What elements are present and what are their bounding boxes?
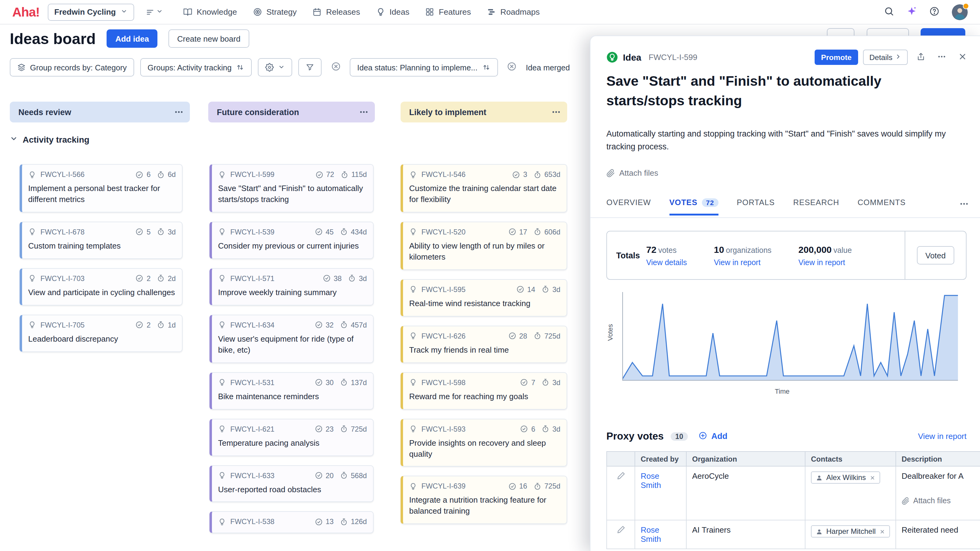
- gear-icon: [265, 63, 274, 71]
- nav-item-strategy[interactable]: Strategy: [253, 7, 297, 16]
- created-by-link[interactable]: Rose Smith: [641, 525, 661, 544]
- lightbulb-icon: [409, 378, 417, 386]
- idea-card[interactable]: FWCYL-I-634 32 457d View user's equipmen…: [210, 315, 374, 363]
- nav-item-roadmaps[interactable]: Roadmaps: [487, 7, 540, 16]
- help-button[interactable]: [929, 6, 940, 18]
- groups-filter-button[interactable]: Groups: Activity tracking: [140, 58, 252, 76]
- idea-card[interactable]: FWCYL-I-593 6 3d Provide insights on rec…: [401, 418, 567, 467]
- search-button[interactable]: [884, 6, 894, 18]
- view-in-report-link[interactable]: View in report: [918, 432, 967, 441]
- idea-card[interactable]: FWCYL-I-538 13 126d: [210, 511, 374, 534]
- lightbulb-icon: [218, 275, 226, 283]
- group-records-by-button[interactable]: Group records by: Category: [10, 58, 134, 76]
- add-proxy-vote-button[interactable]: Add: [698, 431, 728, 442]
- user-avatar[interactable]: [952, 4, 968, 20]
- idea-age: 6d: [168, 170, 176, 179]
- idea-card[interactable]: FWCYL-I-678 5 3d Custom training templat…: [20, 222, 183, 259]
- idea-card[interactable]: FWCYL-I-703 2 2d View and participate in…: [20, 268, 183, 305]
- idea-card[interactable]: FWCYL-I-599 72 115d Save "Start" and "Fi…: [210, 164, 374, 213]
- idea-status-filter-button[interactable]: Idea status: Planning to impleme...: [350, 58, 498, 76]
- idea-card[interactable]: FWCYL-I-571 38 3d Improve weekly trainin…: [210, 268, 374, 305]
- details-button[interactable]: Details: [863, 49, 908, 65]
- votes-icon: [508, 332, 516, 340]
- idea-title: Leaderboard discrepancy: [28, 333, 176, 345]
- promote-button[interactable]: Promote: [814, 49, 858, 65]
- column-more-button[interactable]: [356, 105, 371, 119]
- aha-logo[interactable]: Aha!: [12, 5, 40, 19]
- idea-card[interactable]: FWCYL-I-546 3 653d Customize the trainin…: [401, 164, 567, 213]
- idea-card[interactable]: FWCYL-I-566 6 6d Implement a personal be…: [20, 164, 183, 213]
- more-actions-button[interactable]: [934, 49, 950, 65]
- contact-chip[interactable]: Harper Mitchell: [811, 525, 890, 538]
- votes-icon: [323, 275, 331, 283]
- idea-card[interactable]: FWCYL-I-539 45 434d Consider my previous…: [210, 222, 374, 259]
- nav-item-releases[interactable]: Releases: [313, 7, 360, 16]
- idea-vote-count: 20: [326, 471, 334, 480]
- drawer-header: Idea FWCYL-I-599 Promote Details: [606, 49, 970, 65]
- close-drawer-button[interactable]: [954, 49, 970, 65]
- idea-card[interactable]: FWCYL-I-520 17 606d Ability to view leng…: [401, 222, 567, 270]
- group-row-activity-tracking[interactable]: Activity tracking: [10, 135, 89, 144]
- clear-idea-status-filter-button[interactable]: [328, 59, 344, 75]
- stat-link[interactable]: View details: [646, 258, 687, 267]
- created-by-link[interactable]: Rose Smith: [641, 472, 661, 490]
- idea-card[interactable]: FWCYL-I-595 14 3d Real-time wind resista…: [401, 279, 567, 316]
- remove-contact-icon[interactable]: [879, 529, 885, 534]
- close-icon: [958, 52, 967, 63]
- filter-button[interactable]: [298, 58, 321, 76]
- idea-status-label: Idea status: Planning to impleme...: [357, 63, 477, 72]
- column-more-button[interactable]: [549, 105, 563, 119]
- tabs-more-button[interactable]: [958, 198, 970, 212]
- tab-overview[interactable]: OVERVIEW: [606, 198, 651, 216]
- column-more-button[interactable]: [172, 105, 186, 119]
- tab-portals[interactable]: PORTALS: [737, 198, 775, 216]
- drawer-tabs: OVERVIEWVOTES72PORTALSRESEARCHCOMMENTS: [606, 198, 905, 216]
- idea-card[interactable]: FWCYL-I-639 16 725d Integrate a nutritio…: [401, 476, 567, 524]
- create-new-board-button[interactable]: Create new board: [169, 29, 249, 48]
- idea-age: 457d: [351, 321, 367, 329]
- idea-id: FWCYL-I-546: [422, 170, 466, 179]
- group-label: Activity tracking: [23, 135, 89, 144]
- workspace-selector[interactable]: Fredwin Cycling: [48, 3, 134, 21]
- idea-card[interactable]: FWCYL-I-598 7 3d Reward me for reaching …: [401, 372, 567, 409]
- edit-row-icon[interactable]: [616, 527, 625, 536]
- tab-research[interactable]: RESEARCH: [793, 198, 839, 216]
- idea-card[interactable]: FWCYL-I-705 2 1d Leaderboard discrepancy: [20, 315, 183, 352]
- share-button[interactable]: [913, 49, 929, 65]
- idea-detail-drawer: Idea FWCYL-I-599 Promote Details Save "S…: [590, 35, 980, 551]
- idea-card[interactable]: FWCYL-I-633 20 568d User-reported road o…: [210, 465, 374, 502]
- edit-row-icon[interactable]: [616, 473, 625, 482]
- stat-link[interactable]: View in report: [714, 258, 772, 267]
- idea-card[interactable]: FWCYL-I-626 28 725d Track my friends in …: [401, 326, 567, 363]
- attach-files-link[interactable]: Attach files: [902, 497, 980, 505]
- age-icon: [157, 275, 165, 283]
- idea-card[interactable]: FWCYL-I-621 23 725d Temperature pacing a…: [210, 418, 374, 456]
- totals-stat: 200,000valueView in report: [799, 244, 852, 267]
- idea-age: 725d: [351, 425, 367, 433]
- ai-assistant-button[interactable]: [907, 6, 917, 18]
- tab-votes[interactable]: VOTES72: [670, 198, 719, 216]
- age-icon: [541, 286, 549, 294]
- column-header-needs-review: Needs review: [10, 102, 190, 122]
- contact-name: Harper Mitchell: [826, 527, 875, 536]
- votes-count-badge: 72: [702, 198, 719, 206]
- add-idea-button[interactable]: Add idea: [107, 29, 158, 48]
- idea-card[interactable]: FWCYL-I-531 30 137d Bike maintenance rem…: [210, 372, 374, 409]
- clear-idea-merged-filter-button[interactable]: [504, 59, 520, 75]
- voted-button[interactable]: Voted: [916, 246, 954, 265]
- nav-item-knowledge[interactable]: Knowledge: [183, 7, 237, 16]
- lightbulb-icon: [409, 332, 417, 340]
- board-settings-button[interactable]: [258, 58, 292, 76]
- contact-chip[interactable]: Alex Wilkins: [811, 472, 880, 484]
- tab-comments[interactable]: COMMENTS: [858, 198, 905, 216]
- nav-menu-button[interactable]: [142, 3, 167, 21]
- lightbulb-icon: [28, 228, 36, 236]
- nav-item-ideas[interactable]: Ideas: [376, 7, 409, 16]
- votes-icon: [136, 170, 144, 178]
- idea-id: FWCYL-I-566: [40, 170, 84, 179]
- stat-link[interactable]: View in report: [799, 258, 852, 267]
- remove-contact-icon[interactable]: [869, 475, 875, 480]
- age-icon: [157, 228, 165, 236]
- nav-item-features[interactable]: Features: [425, 7, 471, 16]
- attach-files-link[interactable]: Attach files: [606, 168, 658, 178]
